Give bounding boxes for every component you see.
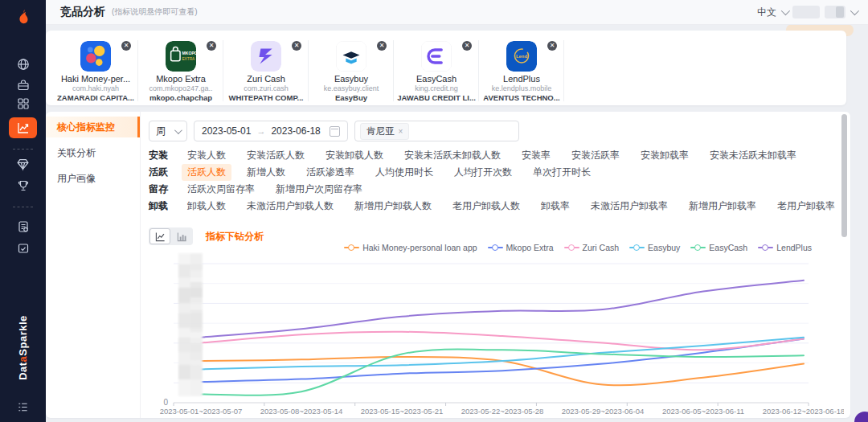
metric-option[interactable]: 安装未活跃未卸载率 (710, 149, 796, 162)
app-package: ke.easybuy.client (309, 84, 394, 93)
subnav-item-1[interactable]: 核心指标监控 (46, 117, 140, 137)
legend-item[interactable]: Zuri Cash (564, 243, 620, 252)
legend-item[interactable]: Haki Money-personal loan app (344, 243, 477, 252)
sidebar-item-menu[interactable] (0, 400, 46, 413)
legend-line-marker-icon (564, 244, 579, 252)
app-company: JAWABU CREDIT LI... (394, 93, 479, 103)
metric-option[interactable]: 安装卸载率 (641, 149, 689, 162)
metric-option[interactable]: 新增用户卸载率 (689, 199, 756, 213)
chevron-down-icon[interactable] (781, 6, 790, 15)
metric-option[interactable]: 安装未活跃未卸载人数 (404, 149, 501, 162)
series-line (201, 281, 804, 338)
metric-option[interactable]: 卸载率 (541, 199, 570, 213)
metric-option[interactable]: 新增用户次周留存率 (276, 182, 362, 196)
analysis-subnav: 核心指标监控关联分析用户画像 (46, 112, 141, 418)
x-axis-label: 2023-05-08~2023-05-14 (260, 407, 343, 416)
sidebar-item-collections[interactable] (0, 241, 46, 255)
country-tag: 肯尼亚 × (360, 123, 409, 140)
filter-bar: 周 2023-05-01 → 2023-06-18 肯尼亚 × (149, 121, 519, 141)
app-card[interactable]: ✕Zuri Cashcom.zuri.cashWHITEPATH COMP... (223, 31, 309, 105)
sidebar-item-reports[interactable] (0, 219, 46, 233)
brand-logo[interactable] (0, 6, 46, 27)
metric-option[interactable]: 未激活用户卸载人数 (247, 199, 334, 213)
metric-row: 卸载卸载人数未激活用户卸载人数新增用户卸载人数老用户卸载人数卸载率未激活用户卸载… (149, 198, 856, 215)
app-company: ZAMARADI CAPITA... (53, 93, 138, 103)
app-card[interactable]: ✕Easybuyke.easybuy.clientEasyBuy (309, 31, 394, 105)
country-filter-input[interactable]: 肯尼亚 × (354, 121, 519, 141)
remove-app-button[interactable]: ✕ (292, 41, 301, 51)
app-window: DataSparkle 竞品分析 (指标说明悬停即可查看) 中文 ✕Haki M… (0, 0, 868, 422)
y-axis-labels-redacted (178, 253, 203, 396)
metric-option[interactable]: 老用户卸载率 (777, 199, 835, 213)
subnav-item-2[interactable]: 关联分析 (46, 142, 140, 163)
subnav-item-3[interactable]: 用户画像 (46, 168, 140, 189)
metric-option-selected[interactable]: 活跃人数 (182, 164, 231, 181)
app-card[interactable]: Lend✕LendPluske.lendplus.mobileAVENTUS T… (479, 31, 564, 105)
metric-option[interactable]: 安装卸载人数 (326, 149, 383, 162)
tag-remove-icon[interactable]: × (399, 127, 403, 136)
floating-action-button-partial[interactable] (854, 412, 868, 422)
metric-option[interactable]: 活跃渗透率 (306, 166, 354, 179)
app-icon-easybuy (336, 41, 366, 72)
chevron-down-icon[interactable] (850, 6, 859, 15)
series-line (201, 338, 804, 370)
remove-app-button[interactable]: ✕ (547, 41, 557, 51)
app-icon-zuri (251, 41, 281, 72)
user-account-blurred[interactable] (792, 6, 820, 18)
metric-option[interactable]: 安装活跃率 (571, 149, 620, 162)
app-icon-haki (80, 41, 111, 72)
metric-option[interactable]: 安装活跃人数 (247, 149, 305, 162)
remove-app-button[interactable]: ✕ (207, 41, 216, 51)
sidebar-item-premium[interactable] (0, 158, 46, 171)
metric-option[interactable]: 老用户卸载人数 (452, 199, 520, 213)
sidebar-item-portfolio[interactable] (0, 79, 46, 92)
metric-option[interactable]: 新增人数 (247, 166, 285, 179)
bar-chart-toggle-button[interactable] (171, 228, 192, 244)
date-range-picker[interactable]: 2023-05-01 → 2023-06-18 (194, 121, 348, 141)
metric-option[interactable]: 新增用户卸载人数 (354, 199, 432, 213)
analysis-panel: 核心指标监控关联分析用户画像 周 2023-05-01 → 2023-06-18… (46, 112, 850, 418)
competitor-apps-panel: ✕Haki Money-per...com.haki.nyahZAMARADI … (46, 31, 846, 105)
metric-option[interactable]: 安装率 (522, 149, 551, 162)
metric-option[interactable]: 单次打开时长 (533, 166, 591, 179)
app-card[interactable]: ✕EasyCashking.credit.ngJAWABU CREDIT LI.… (394, 31, 479, 105)
metric-option[interactable]: 活跃次周留存率 (187, 182, 255, 196)
x-axis-label: 2023-05-22~2023-05-28 (461, 407, 544, 416)
app-name: Mkopo Extra (138, 74, 223, 84)
primary-sidebar: DataSparkle (0, 0, 46, 422)
legend-item[interactable]: LendPlus (758, 243, 812, 252)
remove-app-button[interactable]: ✕ (377, 41, 387, 51)
metric-option[interactable]: 人均打开次数 (454, 166, 512, 179)
legend-item[interactable]: EasyCash (690, 243, 747, 252)
svg-text:MKOPO: MKOPO (182, 51, 196, 55)
legend-label: Haki Money-personal loan app (362, 243, 477, 252)
metric-option[interactable]: 安装人数 (187, 149, 226, 162)
remove-app-button[interactable]: ✕ (121, 41, 131, 51)
metric-option[interactable]: 卸载人数 (187, 199, 226, 213)
scrollbar-thumb[interactable] (841, 114, 847, 237)
user-avatar-blurred[interactable] (825, 6, 845, 18)
drilldown-link[interactable]: 指标下钻分析 (206, 230, 264, 244)
sidebar-item-overview[interactable] (0, 58, 46, 71)
sidebar-item-apps[interactable] (0, 97, 46, 110)
series-line (201, 350, 804, 395)
app-card[interactable]: MKOPOEXTRA✕Mkopo Extracom.mkopo247.ga..m… (138, 31, 223, 105)
sidebar-item-ranking[interactable] (0, 178, 46, 192)
language-selector[interactable]: 中文 (757, 6, 776, 19)
period-select[interactable]: 周 (149, 121, 187, 141)
globe-icon (17, 58, 30, 71)
app-icon-lendplus: Lend (506, 41, 537, 72)
app-card[interactable]: ✕Haki Money-per...com.haki.nyahZAMARADI … (53, 31, 138, 105)
remove-app-button[interactable]: ✕ (462, 41, 472, 51)
app-name: EasyCash (394, 74, 479, 84)
legend-item[interactable]: Mkopo Extra (488, 243, 554, 252)
sidebar-item-analytics-active[interactable] (9, 117, 37, 138)
metric-option[interactable]: 未激活用户卸载率 (591, 199, 668, 213)
legend-line-marker-icon (690, 244, 706, 252)
legend-item[interactable]: Easybuy (629, 243, 680, 252)
app-company: mkopo.chapchap (138, 93, 223, 103)
legend-label: Zuri Cash (583, 243, 620, 252)
line-chart-toggle-button[interactable] (149, 228, 170, 244)
metric-option[interactable]: 人均使用时长 (375, 166, 433, 179)
period-value: 周 (156, 125, 166, 138)
